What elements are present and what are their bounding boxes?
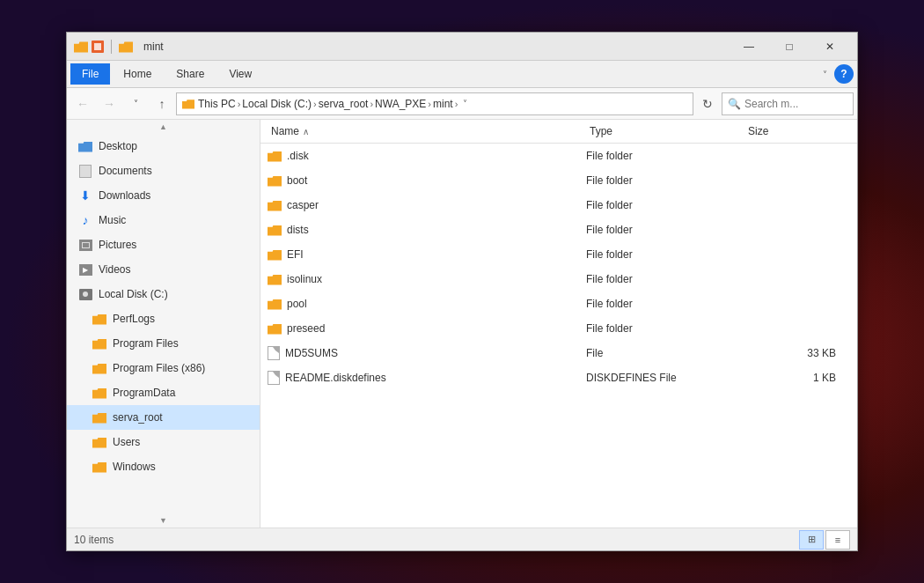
minimize-button[interactable]: — (729, 33, 769, 61)
file-type-cell: File folder (586, 224, 744, 236)
sidebar-item-perflogs[interactable]: PerfLogs (67, 306, 260, 331)
item-count: 10 items (74, 534, 114, 546)
refresh-button[interactable]: ↻ (695, 92, 720, 116)
folder-icon-perflogs (92, 314, 106, 325)
sidebar-item-programfiles[interactable]: Program Files (67, 331, 260, 356)
downloads-icon: ⬇ (77, 188, 93, 203)
sidebar-item-videos[interactable]: ▶ Videos (67, 257, 260, 282)
tab-home[interactable]: Home (112, 63, 163, 85)
file-name: EFI (287, 248, 304, 261)
file-name: casper (287, 199, 319, 211)
address-bar: ← → ˅ ↑ This PC › Local Disk (C:) › serv… (67, 88, 857, 120)
file-size-cell: 33 KB (744, 347, 850, 359)
file-name: preseed (287, 322, 325, 335)
column-type-label: Type (590, 125, 612, 137)
file-name: pool (287, 298, 307, 310)
close-button[interactable]: ✕ (810, 33, 850, 61)
table-row[interactable]: README.diskdefines DISKDEFINES File 1 KB (260, 365, 857, 390)
search-box[interactable]: 🔍 (722, 92, 854, 115)
sidebar-scroll-down[interactable]: ▼ (67, 513, 260, 528)
folder-icon-pfx86 (92, 363, 106, 374)
forward-button[interactable]: → (97, 92, 121, 116)
table-row[interactable]: isolinux File folder (260, 267, 857, 292)
list-view-button[interactable]: ≡ (825, 530, 850, 550)
file-name: boot (287, 174, 307, 187)
window-title: mint (143, 41, 729, 53)
sidebar-label-servaroot: serva_root (113, 411, 163, 424)
sidebar-label-programfilesx86: Program Files (x86) (113, 362, 205, 374)
servaroot-folder-icon (92, 410, 107, 424)
table-row[interactable]: boot File folder (260, 168, 857, 193)
down-button[interactable]: ˅ (123, 92, 148, 116)
sidebar-item-localdisk[interactable]: Local Disk (C:) (67, 282, 260, 306)
path-dropdown-icon[interactable]: ˅ (463, 99, 467, 108)
tab-file[interactable]: File (70, 63, 110, 85)
desktop-icon (77, 139, 93, 153)
music-note-icon: ♪ (83, 213, 89, 227)
folder-icon-servaroot (92, 412, 106, 424)
file-type-cell: File folder (586, 248, 744, 261)
column-header-type[interactable]: Type (586, 123, 744, 139)
ribbon-expand-icon[interactable]: ˅ (819, 68, 831, 81)
sidebar-item-documents[interactable]: Documents (67, 159, 260, 183)
file-doc-icon (268, 346, 280, 360)
sidebar-item-windows[interactable]: Windows (67, 454, 260, 479)
table-row[interactable]: casper File folder (260, 193, 857, 218)
programfiles-folder-icon (92, 336, 107, 351)
maximize-button[interactable]: □ (769, 33, 810, 61)
column-header-name[interactable]: Name ∧ (268, 123, 586, 139)
file-type-cell: File folder (586, 273, 744, 285)
table-row[interactable]: preseed File folder (260, 316, 857, 341)
folder-blue-icon (78, 141, 92, 152)
file-name-cell: pool (268, 298, 586, 310)
file-doc-icon (268, 371, 280, 385)
file-folder-icon (268, 225, 282, 236)
back-button[interactable]: ← (70, 92, 95, 116)
path-sep-1: › (238, 99, 241, 109)
table-row[interactable]: MD5SUMS File 33 KB (260, 341, 857, 365)
sidebar-item-downloads[interactable]: ⬇ Downloads (67, 183, 260, 208)
title-folder-icon2 (119, 41, 133, 53)
path-segment-nwapxe: NWA_PXE (375, 98, 426, 110)
search-input[interactable] (744, 98, 847, 110)
sidebar-item-music[interactable]: ♪ Music (67, 208, 260, 232)
sidebar-item-programfilesx86[interactable]: Program Files (x86) (67, 356, 260, 380)
grid-view-button[interactable]: ⊞ (799, 530, 824, 550)
sidebar-item-programdata[interactable]: ProgramData (67, 380, 260, 405)
sidebar-label-programdata: ProgramData (113, 387, 175, 399)
file-type-cell: File (586, 347, 744, 359)
file-name: MD5SUMS (285, 347, 338, 359)
title-folder-icon (74, 41, 88, 53)
sidebar-label-music: Music (99, 214, 126, 226)
sidebar-item-pictures[interactable]: Pictures (67, 232, 260, 257)
programdata-folder-icon (92, 386, 107, 400)
file-folder-icon (268, 175, 282, 187)
tab-view[interactable]: View (217, 63, 263, 85)
explorer-window: mint — □ ✕ File Home Share View ˅ ? ← → … (66, 32, 858, 551)
table-row[interactable]: .disk File folder (260, 144, 857, 168)
documents-icon (77, 164, 93, 178)
sidebar-item-desktop[interactable]: Desktop (67, 134, 260, 159)
table-row[interactable]: pool File folder (260, 292, 857, 316)
table-row[interactable]: dists File folder (260, 218, 857, 242)
perflogs-folder-icon (92, 312, 107, 326)
sidebar-scroll-up[interactable]: ▲ (67, 120, 260, 134)
sort-arrow-name: ∧ (303, 127, 309, 137)
file-type-cell: File folder (586, 199, 744, 211)
sidebar-item-users[interactable]: Users (67, 430, 260, 454)
file-size-cell: 1 KB (744, 372, 850, 384)
file-name: dists (287, 224, 309, 236)
sidebar-item-servaroot[interactable]: serva_root (67, 405, 260, 430)
tab-share[interactable]: Share (165, 63, 216, 85)
sidebar-label-desktop: Desktop (99, 140, 137, 152)
file-name-cell: MD5SUMS (268, 346, 586, 360)
file-name-cell: dists (268, 224, 586, 236)
address-path[interactable]: This PC › Local Disk (C:) › serva_root ›… (176, 92, 693, 115)
help-button[interactable]: ? (834, 64, 854, 84)
table-row[interactable]: EFI File folder (260, 242, 857, 267)
file-type-cell: File folder (586, 322, 744, 335)
up-button[interactable]: ↑ (150, 92, 174, 116)
column-header-size[interactable]: Size (744, 123, 850, 139)
ribbon-tab-right: ˅ ? (819, 64, 854, 84)
sidebar-label-windows: Windows (113, 461, 156, 473)
